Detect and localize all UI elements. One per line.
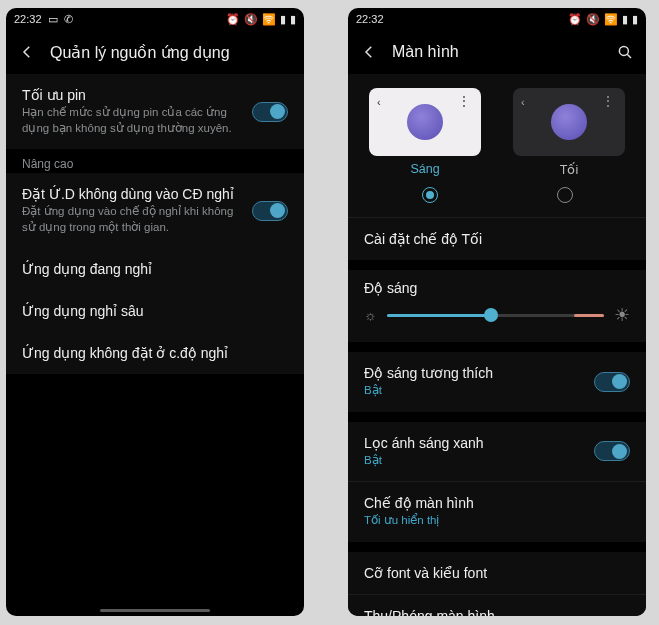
sleep-title: Đặt Ứ.D không dùng vào CĐ nghỉ: [22, 186, 250, 202]
wifi-icon: 🛜: [262, 13, 276, 26]
alarm-icon: ⏰: [226, 13, 240, 26]
app-bar: Màn hình: [348, 30, 646, 74]
adaptive-title: Độ sáng tương thích: [364, 365, 592, 381]
optimize-battery-row[interactable]: Tối ưu pin Hạn chế mức sử dụng pin của c…: [6, 74, 304, 149]
status-time: 22:32: [356, 13, 384, 25]
dark-mode-settings-row[interactable]: Cài đặt chế độ Tối: [348, 218, 646, 260]
blue-light-toggle[interactable]: [594, 441, 630, 461]
back-icon[interactable]: [360, 43, 378, 61]
blue-light-sub: Bật: [364, 453, 592, 469]
search-icon[interactable]: [616, 43, 634, 61]
theme-light-label: Sáng: [410, 162, 439, 176]
adaptive-toggle[interactable]: [594, 372, 630, 392]
brightness-title: Độ sáng: [364, 280, 417, 296]
preview-orb-icon: [407, 104, 443, 140]
nav-gesture-bar[interactable]: [100, 609, 210, 612]
theme-light-preview: ‹ ⋮: [369, 88, 481, 156]
back-icon[interactable]: [18, 43, 36, 61]
dark-mode-settings-title: Cài đặt chế độ Tối: [364, 231, 630, 247]
sleep-sub: Đặt ứng dụng vào chế độ nghỉ khi không s…: [22, 204, 250, 235]
page-title: Màn hình: [392, 43, 459, 61]
theme-dark-preview: ‹ ⋮: [513, 88, 625, 156]
status-bar: 22:32 ▭ ✆ ⏰ 🔇 🛜 ▮ ▮: [6, 8, 304, 30]
svg-point-0: [619, 46, 628, 55]
font-size-title: Cỡ font và kiểu font: [364, 565, 630, 581]
status-bar: 22:32 ⏰ 🔇 🛜 ▮ ▮: [348, 8, 646, 30]
phone-display-settings: 22:32 ⏰ 🔇 🛜 ▮ ▮ Màn hình ‹ ⋮: [348, 8, 646, 616]
status-time: 22:32: [14, 13, 42, 25]
theme-light-radio[interactable]: [422, 187, 438, 203]
mute-icon: 🔇: [586, 13, 600, 26]
theme-dark-option[interactable]: ‹ ⋮ Tối: [506, 88, 632, 177]
slider-track[interactable]: [387, 314, 604, 317]
sleep-unused-row[interactable]: Đặt Ứ.D không dùng vào CĐ nghỉ Đặt ứng d…: [6, 173, 304, 248]
wifi-icon: 🛜: [604, 13, 618, 26]
slider-fill: [387, 314, 491, 317]
preview-back-icon: ‹: [521, 96, 525, 108]
optimize-toggle[interactable]: [252, 102, 288, 122]
optimize-title: Tối ưu pin: [22, 87, 250, 103]
font-size-row[interactable]: Cỡ font và kiểu font: [348, 552, 646, 594]
battery-icon: ▮: [290, 13, 296, 26]
screen-zoom-title: Thu/Phóng màn hình: [364, 608, 630, 616]
app-indicator-icon: ▭: [48, 13, 58, 26]
blue-light-title: Lọc ánh sáng xanh: [364, 435, 592, 451]
deep-sleeping-apps-row[interactable]: Ứng dụng nghỉ sâu: [6, 290, 304, 332]
never-sleeping-apps-row[interactable]: Ứng dụng không đặt ở c.độ nghỉ: [6, 332, 304, 374]
sleeping-apps-title: Ứng dụng đang nghỉ: [22, 261, 288, 277]
preview-menu-icon: ⋮: [602, 94, 615, 108]
content: ‹ ⋮ Sáng ‹ ⋮ Tối Cài đặt chế độ Tối: [348, 74, 646, 616]
sun-small-icon: ☼: [364, 307, 377, 323]
preview-menu-icon: ⋮: [458, 94, 471, 108]
theme-radio-row: [348, 183, 646, 217]
screen-zoom-row[interactable]: Thu/Phóng màn hình: [348, 595, 646, 616]
signal-icon: ▮: [622, 13, 628, 26]
theme-light-option[interactable]: ‹ ⋮ Sáng: [362, 88, 488, 177]
screen-mode-title: Chế độ màn hình: [364, 495, 630, 511]
screen-mode-row[interactable]: Chế độ màn hình Tối ưu hiển thị: [348, 482, 646, 542]
blue-light-row[interactable]: Lọc ánh sáng xanh Bật: [348, 422, 646, 482]
slider-thumb[interactable]: [484, 308, 498, 322]
screen-mode-sub: Tối ưu hiển thị: [364, 513, 630, 529]
never-sleeping-apps-title: Ứng dụng không đặt ở c.độ nghỉ: [22, 345, 288, 361]
brightness-slider[interactable]: ☼ ☀: [364, 304, 630, 326]
adaptive-brightness-row[interactable]: Độ sáng tương thích Bật: [348, 352, 646, 412]
advanced-label: Nâng cao: [6, 149, 304, 173]
app-bar: Quản lý nguồn ứng dụng: [6, 30, 304, 74]
deep-sleeping-apps-title: Ứng dụng nghỉ sâu: [22, 303, 288, 319]
sleep-toggle[interactable]: [252, 201, 288, 221]
slider-warm-zone: [574, 314, 604, 317]
signal-icon: ▮: [280, 13, 286, 26]
theme-selector: ‹ ⋮ Sáng ‹ ⋮ Tối: [348, 74, 646, 183]
theme-dark-radio[interactable]: [557, 187, 573, 203]
brightness-row: Độ sáng ☼ ☀: [348, 270, 646, 342]
optimize-sub: Hạn chế mức sử dụng pin của các ứng dụng…: [22, 105, 250, 136]
preview-orb-icon: [551, 104, 587, 140]
preview-back-icon: ‹: [377, 96, 381, 108]
content: Tối ưu pin Hạn chế mức sử dụng pin của c…: [6, 74, 304, 616]
mute-icon: 🔇: [244, 13, 258, 26]
phone-indicator-icon: ✆: [64, 13, 73, 26]
battery-icon: ▮: [632, 13, 638, 26]
sleeping-apps-row[interactable]: Ứng dụng đang nghỉ: [6, 248, 304, 290]
sun-large-icon: ☀: [614, 304, 630, 326]
page-title: Quản lý nguồn ứng dụng: [50, 43, 230, 62]
svg-line-1: [627, 54, 631, 58]
adaptive-sub: Bật: [364, 383, 592, 399]
alarm-icon: ⏰: [568, 13, 582, 26]
theme-dark-label: Tối: [560, 162, 578, 177]
phone-app-power-management: 22:32 ▭ ✆ ⏰ 🔇 🛜 ▮ ▮ Quản lý nguồn ứng dụ…: [6, 8, 304, 616]
